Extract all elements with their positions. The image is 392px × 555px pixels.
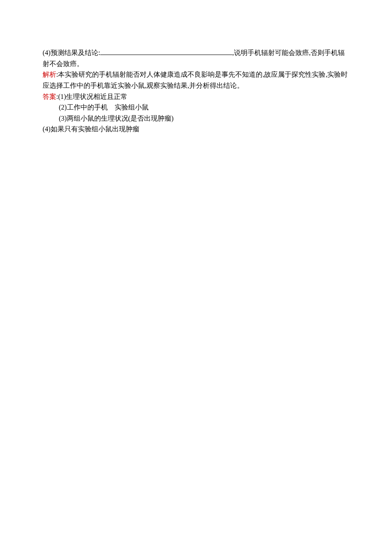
q4-prefix: (4)预测结果及结论:: [43, 49, 100, 56]
answer-line-3: (3)两组小鼠的生理状况(是否出现肿瘤): [43, 113, 349, 124]
analysis-line: 解析:本实验研究的手机辐射能否对人体健康造成不良影响是事先不知道的,故应属于探究…: [43, 69, 349, 91]
answer-item-2: (2)工作中的手机 实验组小鼠: [59, 104, 149, 111]
analysis-label: 解析: [43, 71, 56, 78]
analysis-text: :本实验研究的手机辐射能否对人体健康造成不良影响是事先不知道的,故应属于探究性实…: [43, 71, 348, 89]
answer-line-4: (4)如果只有实验组小鼠出现肿瘤: [43, 124, 349, 135]
q4-suffix-part2: 射不会致癌。: [43, 60, 84, 67]
q4-suffix-part1: ,说明手机辐射可能会致癌,否则手机辐: [232, 49, 345, 56]
answer-item-4: (4)如果只有实验组小鼠出现肿瘤: [43, 125, 139, 133]
q4-suffix-line2: 射不会致癌。: [43, 58, 349, 69]
answer-label: 答案: [43, 93, 56, 100]
answer-line-1: 答案:(1)生理状况相近且正常: [43, 91, 349, 102]
answer-line-2: (2)工作中的手机 实验组小鼠: [43, 102, 349, 113]
document-content: (4)预测结果及结论:,说明手机辐射可能会致癌,否则手机辐 射不会致癌。 解析:…: [43, 47, 349, 135]
q4-blank: [100, 47, 232, 55]
question-4-line: (4)预测结果及结论:,说明手机辐射可能会致癌,否则手机辐: [43, 47, 349, 58]
answer-item-1: :(1)生理状况相近且正常: [56, 93, 127, 100]
answer-item-3: (3)两组小鼠的生理状况(是否出现肿瘤): [59, 115, 173, 122]
